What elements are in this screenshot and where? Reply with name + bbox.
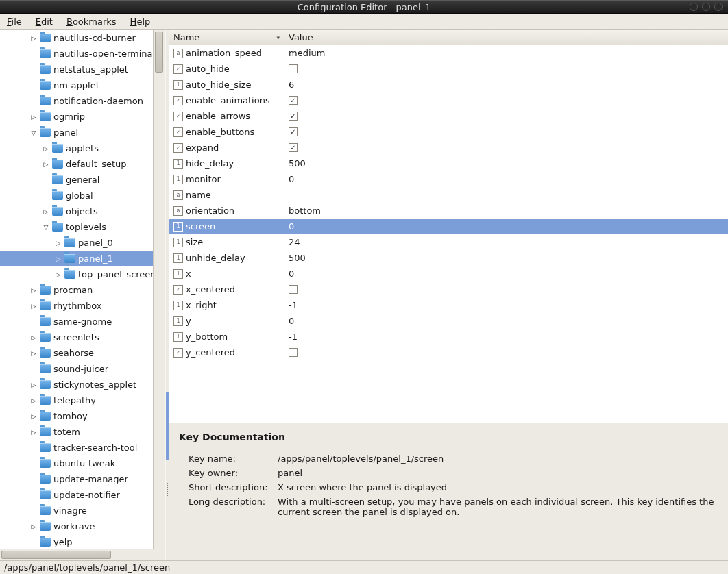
scrollbar-thumb[interactable]: [1, 551, 111, 559]
key-row-x[interactable]: 1x0: [169, 266, 728, 282]
key-value-checkbox[interactable]: [289, 143, 298, 152]
tree-horizontal-scrollbar[interactable]: [0, 549, 165, 560]
expander-closed-icon[interactable]: ▷: [41, 207, 51, 216]
tree-item-panel[interactable]: ▽panel: [0, 125, 165, 140]
key-row-y-centered[interactable]: ✓y_centered: [169, 345, 728, 360]
key-row-x-centered[interactable]: ✓x_centered: [169, 282, 728, 297]
key-row-enable-buttons[interactable]: ✓enable_buttons: [169, 124, 728, 140]
key-value-text[interactable]: -1: [289, 300, 298, 310]
pane-splitter[interactable]: [165, 30, 169, 560]
key-value-checkbox[interactable]: [289, 96, 298, 105]
expander-closed-icon[interactable]: ▷: [53, 270, 63, 279]
tree-item-objects[interactable]: ▷objects: [0, 203, 165, 219]
tree-item-vinagre[interactable]: vinagre: [0, 503, 165, 519]
tree-item-totem[interactable]: ▷totem: [0, 424, 165, 440]
menu-bookmarks[interactable]: Bookmarks: [64, 15, 119, 28]
key-row-y[interactable]: 1y0: [169, 313, 728, 329]
key-value-text[interactable]: 6: [289, 79, 294, 90]
tree-item-update-notifier[interactable]: update-notifier: [0, 487, 165, 503]
expander-closed-icon[interactable]: ▷: [29, 34, 38, 43]
tree-item-applets[interactable]: ▷applets: [0, 140, 165, 156]
key-row-hide-delay[interactable]: 1hide_delay500: [169, 155, 728, 171]
tree-item-nautilus-open-terminal[interactable]: nautilus-open-terminal: [0, 46, 165, 62]
tree-item-update-manager[interactable]: update-manager: [0, 471, 165, 487]
key-value-text[interactable]: medium: [289, 48, 325, 58]
expander-open-icon[interactable]: ▽: [41, 223, 51, 232]
key-value-text[interactable]: 0: [289, 269, 294, 279]
tree-item-procman[interactable]: ▷procman: [0, 282, 165, 298]
expander-closed-icon[interactable]: ▷: [29, 396, 38, 405]
menu-help[interactable]: Help: [128, 15, 154, 28]
key-value-text[interactable]: -1: [289, 332, 298, 342]
key-value-text[interactable]: 500: [289, 253, 306, 263]
tree-item-sound-juicer[interactable]: sound-juicer: [0, 361, 165, 377]
expander-closed-icon[interactable]: ▷: [29, 380, 38, 390]
expander-closed-icon[interactable]: ▷: [29, 349, 38, 358]
tree-item-telepathy[interactable]: ▷telepathy: [0, 392, 165, 408]
column-header-name[interactable]: Name ▾: [169, 30, 284, 45]
key-row-x-right[interactable]: 1x_right-1: [169, 297, 728, 313]
key-value-text[interactable]: 0: [289, 221, 294, 232]
tree-item-same-gnome[interactable]: same-gnome: [0, 314, 165, 329]
key-row-orientation[interactable]: aorientationbottom: [169, 203, 728, 219]
tree-item-workrave[interactable]: ▷workrave: [0, 519, 165, 534]
tree-item-tomboy[interactable]: ▷tomboy: [0, 408, 165, 424]
key-row-auto-hide[interactable]: ✓auto_hide: [169, 61, 728, 77]
key-value-checkbox[interactable]: [289, 127, 298, 136]
key-value-text[interactable]: bottom: [289, 205, 321, 216]
column-header-value[interactable]: Value: [284, 30, 728, 45]
tree-item-notification-daemon[interactable]: notification-daemon: [0, 93, 165, 109]
key-row-unhide-delay[interactable]: 1unhide_delay500: [169, 250, 728, 266]
tree-item-general[interactable]: general: [0, 172, 165, 188]
expander-closed-icon[interactable]: ▷: [29, 286, 38, 295]
key-row-enable-animations[interactable]: ✓enable_animations: [169, 92, 728, 108]
tree-vertical-scrollbar[interactable]: [153, 30, 165, 549]
tree-item-panel-0[interactable]: ▷panel_0: [0, 235, 165, 251]
tree-item-tracker-search-tool[interactable]: tracker-search-tool: [0, 440, 165, 456]
tree-item-screenlets[interactable]: ▷screenlets: [0, 329, 165, 345]
tree-item-panel-1[interactable]: ▷panel_1: [0, 251, 165, 266]
tree-item-ogmrip[interactable]: ▷ogmrip: [0, 109, 165, 125]
expander-closed-icon[interactable]: ▷: [29, 301, 38, 311]
expander-closed-icon[interactable]: ▷: [53, 238, 63, 248]
expander-closed-icon[interactable]: ▷: [29, 522, 38, 532]
key-row-animation-speed[interactable]: aanimation_speedmedium: [169, 45, 728, 61]
expander-closed-icon[interactable]: ▷: [53, 254, 63, 264]
window-close-button[interactable]: [714, 3, 723, 11]
expander-closed-icon[interactable]: ▷: [41, 160, 51, 169]
menu-edit[interactable]: Edit: [33, 15, 56, 28]
window-minimize-button[interactable]: [690, 3, 698, 11]
key-row-size[interactable]: 1size24: [169, 234, 728, 250]
tree-item-stickynotes-applet[interactable]: ▷stickynotes_applet: [0, 377, 165, 392]
key-row-y-bottom[interactable]: 1y_bottom-1: [169, 329, 728, 345]
key-row-screen[interactable]: 1screen0: [169, 219, 728, 234]
key-value-text[interactable]: 0: [289, 174, 294, 184]
expander-closed-icon[interactable]: ▷: [29, 412, 38, 421]
tree-item-ubuntu-tweak[interactable]: ubuntu-tweak: [0, 456, 165, 471]
expander-open-icon[interactable]: ▽: [29, 128, 38, 138]
key-row-auto-hide-size[interactable]: 1auto_hide_size6: [169, 77, 728, 92]
key-value-text[interactable]: 500: [289, 158, 306, 169]
tree-item-global[interactable]: global: [0, 188, 165, 203]
expander-closed-icon[interactable]: ▷: [29, 427, 38, 437]
tree-item-netstatus-applet[interactable]: netstatus_applet: [0, 62, 165, 77]
tree-item-top-panel-screen[interactable]: ▷top_panel_screen: [0, 266, 165, 282]
key-value-checkbox[interactable]: [289, 112, 298, 121]
expander-closed-icon[interactable]: ▷: [41, 144, 51, 153]
scrollbar-thumb[interactable]: [155, 32, 163, 73]
key-value-text[interactable]: 0: [289, 316, 294, 326]
tree-item-nautilus-cd-burner[interactable]: ▷nautilus-cd-burner: [0, 30, 165, 46]
tree-item-seahorse[interactable]: ▷seahorse: [0, 345, 165, 361]
key-value-checkbox[interactable]: [289, 348, 298, 357]
tree-item-nm-applet[interactable]: nm-applet: [0, 77, 165, 93]
key-row-enable-arrows[interactable]: ✓enable_arrows: [169, 108, 728, 124]
key-row-monitor[interactable]: 1monitor0: [169, 171, 728, 187]
folder-tree[interactable]: ▷nautilus-cd-burnernautilus-open-termina…: [0, 30, 165, 549]
key-value-text[interactable]: 24: [289, 237, 300, 247]
menu-file[interactable]: File: [4, 15, 25, 28]
tree-item-rhythmbox[interactable]: ▷rhythmbox: [0, 298, 165, 314]
key-row-expand[interactable]: ✓expand: [169, 140, 728, 155]
tree-item-toplevels[interactable]: ▽toplevels: [0, 219, 165, 235]
tree-item-default-setup[interactable]: ▷default_setup: [0, 156, 165, 172]
key-value-checkbox[interactable]: [289, 64, 298, 73]
